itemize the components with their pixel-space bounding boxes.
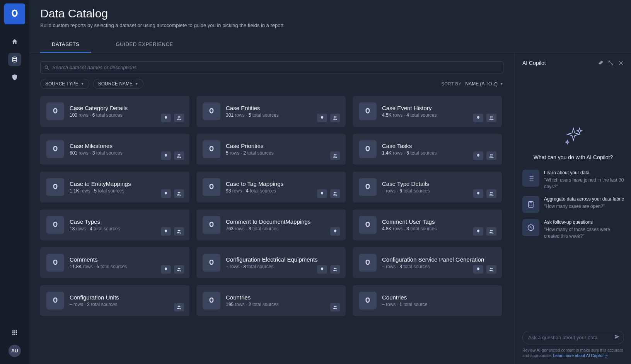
- dataset-card[interactable]: Countries195 rows · 2 total sources: [196, 285, 346, 316]
- copilot-expand-button[interactable]: [608, 60, 614, 66]
- sparkle-icon: [563, 126, 584, 146]
- search-wrap: [40, 61, 503, 73]
- dataset-name: Case Milestones: [70, 143, 123, 149]
- copilot-suggestion-example: "Which users have joined in the last 30 …: [544, 177, 624, 190]
- nav-security[interactable]: [8, 71, 21, 84]
- source-badge: [161, 265, 171, 274]
- dataset-card[interactable]: Configuration Electrical Equipments– row…: [196, 247, 346, 278]
- dataset-card[interactable]: Case Type Details– rows · 6 total source…: [353, 172, 502, 202]
- shared-badge: [330, 151, 340, 160]
- dataset-card[interactable]: Case Entities301 rows · 5 total sources: [196, 96, 346, 127]
- dataset-name: Case Event History: [382, 105, 437, 111]
- copilot-send-button[interactable]: [614, 334, 620, 341]
- dataset-card[interactable]: Case Tasks1.4K rows · 6 total sources: [353, 134, 502, 165]
- dataset-meta: 100 rows · 6 total sources: [70, 112, 128, 118]
- filter-source-type[interactable]: SOURCE TYPE ▼: [40, 79, 89, 89]
- copilot-suggestion[interactable]: Ask follow-up questions"How many of thos…: [522, 219, 624, 239]
- dataset-type-icon: [359, 102, 377, 120]
- dataset-card[interactable]: Countries– rows · 1 total source: [353, 285, 502, 316]
- dataset-name: Countries: [226, 294, 279, 301]
- app-logo[interactable]: [4, 3, 25, 24]
- close-icon: [618, 60, 624, 66]
- dataset-type-icon: [359, 292, 377, 310]
- shared-badge: [174, 189, 184, 198]
- dataset-name: Case to EntityMappings: [70, 180, 131, 187]
- filter-source-name[interactable]: SOURCE NAME ▼: [93, 79, 143, 89]
- dataset-card[interactable]: Case to EntityMappings1.1K rows · 5 tota…: [40, 172, 189, 202]
- dataset-meta: 4.8K rows · 3 total sources: [382, 226, 437, 231]
- dataset-meta: 5 rows · 2 total sources: [226, 150, 273, 156]
- sort-value: NAME (A TO Z): [466, 81, 498, 87]
- nav-datasets[interactable]: [8, 53, 21, 66]
- dataset-meta: 195 rows · 2 total sources: [226, 302, 279, 307]
- dataset-type-icon: [359, 140, 377, 158]
- search-input[interactable]: [40, 61, 503, 73]
- copilot-suggestion[interactable]: Learn about your data"Which users have j…: [522, 170, 624, 190]
- dataset-card[interactable]: Case Types18 rows · 4 total sources: [40, 209, 189, 240]
- dataset-row-count: –: [382, 302, 385, 307]
- shared-badge: [174, 227, 184, 236]
- copilot-learn-more-link[interactable]: Learn more about AI Copilot: [553, 353, 608, 358]
- dataset-card[interactable]: Case Priorities5 rows · 2 total sources: [196, 134, 346, 165]
- shared-badge: [486, 265, 496, 274]
- copilot-erase-button[interactable]: [598, 60, 604, 66]
- dataset-card[interactable]: Case Category Details100 rows · 6 total …: [40, 96, 189, 127]
- source-badge: [330, 227, 340, 236]
- dataset-source-count: 5: [97, 264, 99, 269]
- tab-guided-experience[interactable]: GUIDED EXPERIENCE: [104, 37, 185, 53]
- eraser-icon: [598, 60, 604, 66]
- dataset-meta: 93 rows · 4 total sources: [226, 188, 283, 194]
- dataset-row-count: –: [226, 264, 229, 269]
- dataset-source-count: 6: [399, 188, 402, 194]
- shared-badge: [174, 114, 184, 122]
- dataset-meta: 601 rows · 3 total sources: [70, 150, 123, 156]
- calc-icon: [522, 196, 539, 213]
- source-badge: [317, 114, 327, 122]
- dataset-row-count: 301: [226, 112, 234, 118]
- dataset-name: Case Tasks: [382, 143, 437, 149]
- database-icon: [11, 56, 18, 63]
- dataset-source-count: 3: [399, 264, 402, 269]
- shared-badge: [174, 303, 184, 311]
- dataset-source-count: 6: [406, 150, 409, 156]
- dataset-name: Comments: [70, 256, 127, 263]
- dataset-source-count: 3: [249, 226, 251, 231]
- dataset-source-count: 2: [249, 302, 251, 307]
- copilot-input[interactable]: [522, 331, 624, 344]
- dataset-row-count: 601: [70, 150, 77, 156]
- dataset-source-count: 2: [243, 150, 246, 156]
- dataset-meta: – rows · 3 total sources: [226, 264, 318, 269]
- dataset-card[interactable]: Comment User Tags4.8K rows · 3 total sou…: [353, 209, 502, 240]
- nav-home[interactable]: [8, 35, 21, 48]
- source-badge: [317, 265, 327, 274]
- dataset-row-count: –: [70, 302, 72, 307]
- sort-select[interactable]: NAME (A TO Z) ▼: [466, 81, 504, 87]
- nav-apps[interactable]: [8, 326, 21, 339]
- dataset-card[interactable]: Case Milestones601 rows · 3 total source…: [40, 134, 189, 165]
- avatar[interactable]: AU: [9, 345, 21, 357]
- dataset-card[interactable]: Comment to DocumentMappings763 rows · 3 …: [196, 209, 346, 240]
- dataset-meta: 18 rows · 4 total sources: [70, 226, 120, 231]
- dataset-card[interactable]: Case to Tag Mappings93 rows · 4 total so…: [196, 172, 346, 202]
- dataset-type-icon: [46, 216, 64, 234]
- dataset-grid: Case Category Details100 rows · 6 total …: [40, 96, 503, 360]
- dataset-card[interactable]: Configuration Units– rows · 2 total sour…: [40, 285, 189, 316]
- shared-badge: [486, 189, 496, 198]
- dataset-meta: – rows · 3 total sources: [382, 264, 484, 269]
- tab-datasets[interactable]: DATASETS: [40, 37, 91, 53]
- dataset-card[interactable]: Case Event History4.5K rows · 4 total so…: [353, 96, 502, 127]
- dataset-card[interactable]: Configuration Service Panel Generation– …: [353, 247, 502, 278]
- copilot-panel: AI Copilot: [514, 53, 631, 364]
- dataset-type-icon: [46, 292, 64, 310]
- copilot-disclaimer: Review AI-generated content to make sure…: [522, 347, 624, 359]
- dataset-type-icon: [203, 102, 220, 120]
- dataset-row-count: 4.8K: [382, 226, 392, 231]
- copilot-suggestion[interactable]: Aggregate data across your data fabric"H…: [522, 196, 624, 213]
- copilot-close-button[interactable]: [618, 60, 624, 66]
- svg-point-0: [13, 57, 17, 59]
- dataset-name: Comment User Tags: [382, 218, 437, 225]
- shared-badge: [486, 151, 496, 160]
- copilot-suggestion-title: Ask follow-up questions: [544, 219, 624, 226]
- dataset-type-icon: [46, 178, 64, 196]
- dataset-card[interactable]: Comments11.8K rows · 5 total sources: [40, 247, 189, 278]
